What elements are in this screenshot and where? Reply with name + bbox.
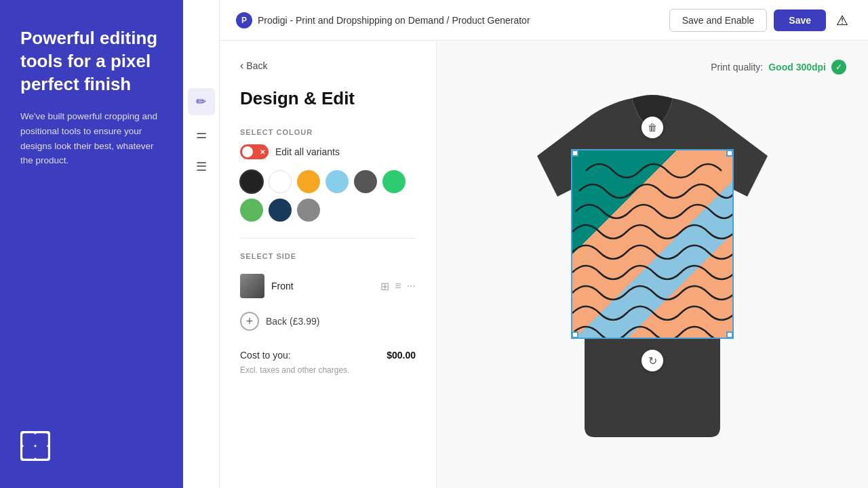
color-swatch-navy[interactable] (269, 199, 292, 222)
back-button[interactable]: ‹ Back (240, 60, 267, 72)
print-quality-badge: Print quality: Good 300dpi ✓ (711, 60, 846, 75)
align-icon[interactable]: ⊞ (380, 280, 389, 293)
color-swatch-orange[interactable] (297, 170, 320, 193)
color-swatch-black[interactable] (240, 170, 263, 193)
handle-bottom-left[interactable] (572, 331, 578, 338)
front-side-label: Front (271, 281, 374, 291)
toggle-label: Edit all variants (275, 146, 340, 157)
cost-value: $00.00 (387, 350, 416, 361)
cost-note: Excl. taxes and other charges. (240, 365, 349, 375)
topbar-left: P Prodigi - Print and Dropshipping on De… (236, 12, 530, 28)
left-logo (20, 431, 50, 461)
center-icon[interactable]: ≡ (395, 280, 401, 292)
divider (240, 238, 416, 239)
front-side-thumb (240, 274, 264, 298)
cost-section: Cost to you: $00.00 Excl. taxes and othe… (240, 350, 416, 375)
left-panel-headline: Powerful editing tools for a pixel perfe… (20, 27, 163, 96)
add-back-button[interactable]: + Back (£3.99) (240, 312, 416, 331)
sliders-icon: ⚌ (196, 127, 207, 142)
color-swatch-mint[interactable] (382, 170, 406, 193)
toggle-thumb (242, 146, 253, 157)
warning-icon: ⚠ (833, 11, 852, 30)
save-and-enable-button[interactable]: Save and Enable (669, 9, 768, 32)
color-swatch-darkgray[interactable] (354, 170, 377, 193)
sidebar-item-sliders[interactable]: ⚌ (188, 121, 215, 148)
icon-sidebar: ✏ ⚌ ☰ (183, 0, 220, 488)
color-swatch-gray[interactable] (297, 199, 320, 222)
topbar: P Prodigi - Print and Dropshipping on De… (220, 0, 868, 41)
page-title: Design & Edit (240, 88, 416, 109)
preview-area: Print quality: Good 300dpi ✓ (437, 41, 868, 488)
brand-logo-text: P (241, 16, 247, 25)
left-panel-body: We've built powerful cropping and positi… (20, 109, 163, 167)
save-button[interactable]: Save (774, 9, 826, 31)
breadcrumb: Prodigi - Print and Dropshipping on Dema… (258, 15, 530, 26)
svg-rect-0 (22, 433, 35, 446)
topbar-right: Save and Enable Save ⚠ (669, 9, 852, 32)
plus-circle-icon: + (240, 312, 259, 331)
cost-row: Cost to you: $00.00 (240, 350, 416, 361)
main-content: P Prodigi - Print and Dropshipping on De… (220, 0, 868, 488)
select-colour-label: SELECT COLOUR (240, 128, 416, 136)
front-side-thumb-img (240, 274, 264, 298)
back-label: Back (246, 60, 267, 71)
topbar-brand: P Prodigi - Print and Dropshipping on De… (236, 12, 530, 28)
edit-all-variants-row: ✕ Edit all variants (240, 144, 416, 159)
add-back-label: Back (£3.99) (266, 316, 319, 327)
more-icon[interactable]: ··· (407, 280, 416, 292)
tshirt-container: 🗑 ↻ (496, 88, 808, 454)
svg-rect-1 (35, 433, 48, 446)
svg-rect-2 (22, 446, 35, 459)
left-panel: Powerful editing tools for a pixel perfe… (0, 0, 183, 488)
design-image (572, 150, 732, 338)
left-panel-content: Powerful editing tools for a pixel perfe… (20, 27, 163, 168)
rotate-design-handle[interactable]: ↻ (642, 350, 663, 371)
edit-panel: ‹ Back Design & Edit SELECT COLOUR ✕ Edi… (220, 41, 437, 488)
print-quality-value: Good 300dpi (768, 62, 826, 73)
select-side-label: SELECT SIDE (240, 252, 416, 260)
design-overlay[interactable]: 🗑 ↻ (571, 149, 734, 339)
color-swatch-green[interactable] (240, 199, 263, 222)
edit-all-variants-toggle[interactable]: ✕ (240, 144, 269, 159)
front-side-row[interactable]: Front ⊞ ≡ ··· (240, 268, 416, 304)
delete-design-button[interactable]: 🗑 (642, 117, 663, 138)
side-icons: ⊞ ≡ ··· (380, 280, 416, 293)
color-swatch-grid (240, 170, 416, 222)
handle-top-left[interactable] (572, 150, 578, 157)
toggle-x-icon: ✕ (260, 148, 265, 156)
toggle-track: ✕ (240, 144, 269, 159)
cost-label: Cost to you: (240, 350, 291, 361)
print-quality-label: Print quality: (711, 62, 763, 73)
list-icon: ☰ (196, 159, 207, 174)
color-swatch-lightblue[interactable] (326, 170, 349, 193)
body-area: ‹ Back Design & Edit SELECT COLOUR ✕ Edi… (220, 41, 868, 488)
color-swatch-white[interactable] (269, 170, 292, 193)
sidebar-item-edit[interactable]: ✏ (188, 88, 215, 115)
topbar-brand-logo: P (236, 12, 252, 28)
handle-bottom-right[interactable] (726, 331, 733, 338)
prodigi-logo-icon (20, 431, 50, 461)
svg-rect-3 (35, 446, 48, 459)
quality-check-icon: ✓ (831, 60, 846, 75)
sidebar-item-list[interactable]: ☰ (188, 153, 215, 180)
handle-top-right[interactable] (726, 150, 733, 157)
edit-icon: ✏ (196, 94, 206, 109)
chevron-left-icon: ‹ (240, 60, 243, 72)
